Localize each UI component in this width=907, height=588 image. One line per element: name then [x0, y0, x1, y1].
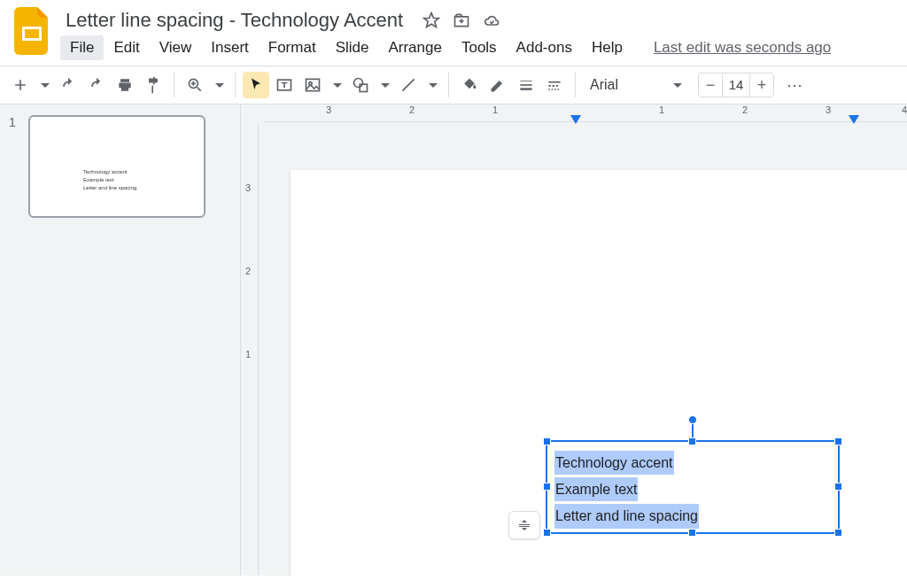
drag-handle-pill[interactable]	[508, 511, 540, 539]
menu-edit[interactable]: Edit	[104, 35, 149, 60]
menu-tools[interactable]: Tools	[452, 35, 507, 60]
border-dash-button[interactable]	[541, 72, 568, 98]
selected-textbox[interactable]: Technology accent Example text Letter an…	[546, 440, 840, 534]
font-size-value[interactable]: 14	[722, 74, 750, 97]
thumbnail-preview-text: Technology accent Example text Letter an…	[83, 168, 136, 192]
svg-point-6	[354, 79, 363, 88]
star-icon[interactable]	[422, 12, 440, 29]
slide-thumbnail[interactable]: Technology accent Example text Letter an…	[28, 115, 205, 218]
svg-rect-11	[548, 81, 560, 83]
text-line: Letter and line spacing	[554, 504, 699, 528]
menu-view[interactable]: View	[150, 35, 202, 60]
menu-file[interactable]: File	[60, 35, 104, 60]
menu-insert[interactable]: Insert	[201, 35, 259, 60]
slides-logo[interactable]	[14, 7, 50, 55]
resize-handle-w[interactable]	[543, 483, 551, 491]
resize-handle-s[interactable]	[688, 529, 696, 537]
line-tool[interactable]	[395, 72, 422, 98]
fill-color-button[interactable]	[456, 72, 483, 98]
resize-handle-sw[interactable]	[543, 529, 551, 537]
resize-handle-se[interactable]	[834, 529, 842, 537]
slide-canvas[interactable]: Technology accent Example text Letter an…	[291, 170, 907, 576]
cloud-icon[interactable]	[483, 12, 500, 29]
border-weight-button[interactable]	[513, 72, 539, 98]
resize-handle-nw[interactable]	[543, 437, 551, 445]
move-icon[interactable]	[453, 12, 470, 29]
slide-panel: 1 Technology accent Example text Letter …	[0, 104, 241, 576]
font-size-control: − 14 +	[698, 73, 774, 97]
svg-rect-7	[360, 84, 367, 91]
resize-handle-ne[interactable]	[834, 437, 842, 445]
new-slide-dropdown[interactable]	[35, 72, 53, 98]
ruler-indent-left[interactable]	[570, 112, 581, 128]
svg-rect-1	[25, 29, 39, 38]
svg-rect-9	[520, 84, 531, 86]
print-button[interactable]	[112, 72, 138, 98]
menubar: File Edit View Insert Format Slide Arran…	[60, 35, 893, 60]
svg-rect-8	[520, 81, 531, 81]
font-selector[interactable]: Arial	[583, 72, 689, 98]
shape-tool[interactable]	[347, 72, 374, 98]
menu-addons[interactable]: Add-ons	[507, 35, 582, 60]
textbox-tool[interactable]	[271, 72, 298, 98]
chevron-down-icon	[673, 83, 682, 88]
svg-rect-4	[306, 79, 320, 90]
undo-button[interactable]	[55, 72, 81, 98]
last-edit-link[interactable]: Last edit was seconds ago	[654, 39, 831, 57]
menu-help[interactable]: Help	[582, 35, 632, 60]
document-title[interactable]: Letter line spacing - Technology Accent	[60, 7, 408, 34]
main-area: 1 Technology accent Example text Letter …	[0, 104, 907, 576]
text-line: Technology accent	[554, 451, 674, 475]
redo-button[interactable]	[83, 72, 110, 98]
svg-rect-10	[520, 88, 531, 90]
border-color-button[interactable]	[485, 72, 511, 98]
paint-format-button[interactable]	[140, 72, 167, 98]
zoom-button[interactable]	[182, 72, 208, 98]
font-size-decrease[interactable]: −	[699, 74, 722, 97]
image-dropdown[interactable]	[328, 72, 345, 98]
image-tool[interactable]	[299, 72, 326, 98]
line-dropdown[interactable]	[423, 72, 441, 98]
vertical-ruler[interactable]: 3 2 1	[241, 122, 259, 576]
zoom-dropdown[interactable]	[210, 72, 228, 98]
font-name-label: Arial	[590, 77, 618, 93]
new-slide-button[interactable]	[7, 72, 34, 98]
ruler-indent-right[interactable]	[849, 112, 859, 128]
canvas-area: 3 2 1 1 2 3 4 3 2 1	[241, 104, 907, 576]
text-line: Example text	[554, 477, 638, 501]
shape-dropdown[interactable]	[376, 72, 393, 98]
menu-arrange[interactable]: Arrange	[378, 35, 451, 60]
textbox-content[interactable]: Technology accent Example text Letter an…	[547, 442, 838, 537]
toolbar: Arial − 14 + ⋯	[0, 66, 907, 104]
menu-slide[interactable]: Slide	[326, 35, 379, 60]
more-options-button[interactable]: ⋯	[787, 75, 804, 95]
font-size-increase[interactable]: +	[750, 74, 773, 97]
resize-handle-e[interactable]	[834, 483, 842, 491]
rotate-handle[interactable]	[688, 415, 697, 424]
menu-format[interactable]: Format	[259, 35, 326, 60]
resize-handle-n[interactable]	[688, 437, 696, 445]
horizontal-ruler[interactable]: 3 2 1 1 2 3 4	[264, 104, 907, 122]
app-header: Letter line spacing - Technology Accent …	[0, 0, 907, 60]
slide-thumbnail-wrap: 1 Technology accent Example text Letter …	[9, 115, 231, 218]
select-tool[interactable]	[243, 72, 269, 98]
slide-number: 1	[9, 115, 21, 218]
